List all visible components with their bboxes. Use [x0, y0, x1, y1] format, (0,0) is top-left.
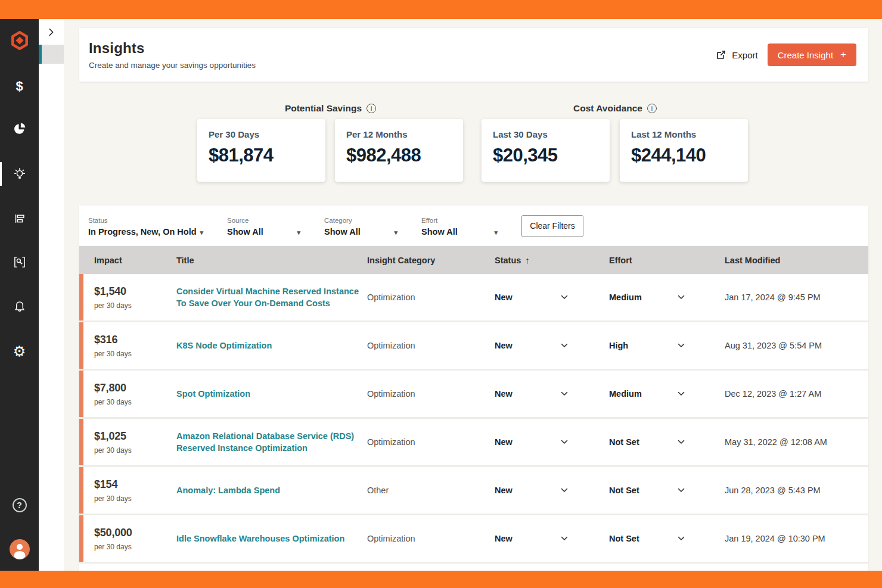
- impact-cell: $1,025 per 30 days: [94, 430, 176, 455]
- insight-title-link[interactable]: Spot Optimization: [176, 389, 250, 399]
- impact-period: per 30 days: [94, 398, 176, 406]
- impact-period: per 30 days: [94, 350, 176, 358]
- column-header-effort[interactable]: Effort: [609, 256, 725, 265]
- effort-value: Medium: [609, 293, 642, 302]
- info-icon[interactable]: [647, 104, 657, 113]
- secondary-nav: [39, 19, 64, 571]
- header-actions: Export Create Insight +: [716, 43, 856, 66]
- status-dropdown[interactable]: New: [495, 486, 568, 495]
- list-icon: [12, 211, 27, 226]
- expand-sidebar-button[interactable]: [39, 24, 64, 41]
- table-row: $316 per 30 days K8S Node Optimization O…: [79, 322, 868, 371]
- metric-card-last-12-months: Last 12 Months $244,140: [620, 119, 748, 182]
- dropdown-caret-icon: [394, 227, 397, 237]
- metric-label: Per 12 Months: [346, 129, 452, 139]
- impact-value: $50,000: [94, 527, 176, 539]
- filter-label: Source: [227, 217, 324, 224]
- sort-ascending-icon: [525, 255, 530, 265]
- effort-dropdown[interactable]: Not Set: [609, 486, 685, 495]
- chevron-down-icon: [678, 488, 685, 493]
- last-modified: Jan 17, 2024 @ 9:45 PM: [725, 293, 868, 302]
- impact-cell: $316 per 30 days: [94, 334, 176, 358]
- effort-dropdown[interactable]: Not Set: [609, 534, 685, 543]
- effort-value: Not Set: [609, 486, 639, 495]
- column-header-impact[interactable]: Impact: [94, 256, 176, 265]
- status-value: New: [495, 534, 513, 543]
- insight-title-link[interactable]: Anomaly: Lambda Spend: [176, 486, 280, 495]
- impact-value: $316: [94, 334, 176, 346]
- impact-cell: $154 per 30 days: [94, 478, 176, 503]
- chevron-down-icon: [561, 295, 568, 300]
- status-dropdown[interactable]: New: [495, 389, 568, 399]
- avatar-icon: [10, 539, 30, 559]
- status-filter[interactable]: Status In Progress, New, On Hold: [88, 216, 227, 237]
- cloudzero-logo[interactable]: [0, 27, 39, 54]
- effort-filter[interactable]: Effort Show All: [421, 216, 521, 237]
- top-accent-bar: [0, 0, 882, 19]
- column-header-category[interactable]: Insight Category: [367, 256, 495, 265]
- metric-label: Last 30 Days: [493, 129, 598, 139]
- insight-category: Other: [367, 486, 495, 495]
- status-dropdown[interactable]: New: [495, 293, 568, 302]
- pie-chart-icon: [13, 121, 27, 135]
- effort-dropdown[interactable]: Medium: [609, 389, 685, 399]
- last-modified: Aug 31, 2023 @ 5:54 PM: [725, 341, 868, 350]
- chevron-down-icon: [561, 440, 568, 444]
- filter-bar: Status In Progress, New, On Hold Source …: [79, 206, 868, 246]
- bottom-accent-bar: [0, 571, 882, 588]
- insights-screen: $: [0, 0, 882, 588]
- chevron-down-icon: [678, 343, 685, 348]
- sidebar-item-explorer[interactable]: [0, 249, 39, 275]
- sidebar-item-dimensions[interactable]: [0, 206, 39, 232]
- clear-filters-button[interactable]: Clear Filters: [521, 215, 583, 237]
- insight-title-link[interactable]: Amazon Relational Database Service (RDS)…: [176, 431, 354, 453]
- last-modified: Jan 19, 2024 @ 10:30 PM: [725, 534, 868, 543]
- insight-title-link[interactable]: Idle Snowflake Warehouses Optimization: [176, 534, 344, 543]
- status-dropdown[interactable]: New: [495, 534, 568, 543]
- sidebar-item-insights[interactable]: [0, 161, 39, 187]
- sidebar-item-help[interactable]: ?: [0, 492, 39, 518]
- effort-value: Not Set: [609, 437, 639, 447]
- table-row: $50,000 per 30 days Idle Snowflake Wareh…: [79, 515, 868, 564]
- sidebar-item-notifications[interactable]: [0, 294, 39, 320]
- effort-value: Medium: [609, 389, 642, 399]
- user-avatar[interactable]: [0, 536, 39, 562]
- column-header-status[interactable]: Status: [495, 255, 609, 265]
- chevron-down-icon: [678, 536, 685, 541]
- sidebar-item-billing[interactable]: $: [0, 73, 39, 99]
- impact-value: $154: [94, 478, 176, 491]
- source-filter[interactable]: Source Show All: [227, 216, 324, 237]
- subnav-selected-item[interactable]: [39, 45, 64, 64]
- column-header-title[interactable]: Title: [176, 256, 367, 265]
- export-button[interactable]: Export: [716, 49, 757, 60]
- sidebar-item-settings[interactable]: ⚙: [0, 338, 39, 365]
- create-insight-button[interactable]: Create Insight +: [768, 43, 856, 66]
- sidebar-item-analytics[interactable]: [0, 115, 39, 141]
- category-filter[interactable]: Category Show All: [324, 216, 421, 237]
- filter-label: Status: [88, 217, 227, 224]
- gear-icon: ⚙: [13, 344, 26, 359]
- impact-period: per 30 days: [94, 301, 176, 310]
- effort-filter-value: Show All: [421, 227, 458, 237]
- chevron-down-icon: [678, 295, 685, 300]
- status-value: New: [495, 389, 513, 399]
- status-value: New: [495, 341, 513, 350]
- effort-dropdown[interactable]: High: [609, 341, 685, 350]
- metric-card-per-12-months: Per 12 Months $982,488: [335, 119, 463, 182]
- insight-title-link[interactable]: Consider Virtual Machine Reserved Instan…: [176, 287, 359, 308]
- status-value: New: [495, 293, 513, 302]
- metric-value: $244,140: [631, 145, 737, 166]
- info-icon[interactable]: [367, 104, 376, 113]
- chevron-down-icon: [561, 391, 568, 396]
- dropdown-caret-icon: [200, 227, 204, 237]
- column-header-modified[interactable]: Last Modified: [725, 256, 868, 265]
- status-dropdown[interactable]: New: [495, 341, 568, 350]
- insight-title-link[interactable]: K8S Node Optimization: [176, 341, 272, 350]
- effort-dropdown[interactable]: Not Set: [609, 437, 685, 447]
- effort-dropdown[interactable]: Medium: [609, 293, 685, 302]
- dropdown-caret-icon: [297, 227, 300, 237]
- page-header: Insights Create and manage your savings …: [79, 28, 868, 82]
- page-header-text: Insights Create and manage your savings …: [89, 40, 256, 70]
- status-dropdown[interactable]: New: [495, 437, 568, 447]
- chevron-down-icon: [561, 536, 568, 541]
